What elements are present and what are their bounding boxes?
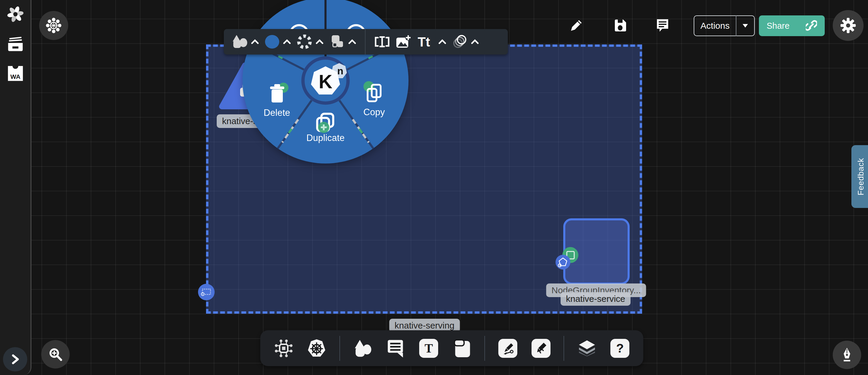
comments-button[interactable] <box>654 17 671 34</box>
comments-icon <box>656 19 669 32</box>
chevron-up-icon <box>471 39 479 44</box>
pen-tool-icon <box>498 339 517 358</box>
tool-kubernetes[interactable] <box>305 336 328 361</box>
tool-card[interactable] <box>450 336 473 361</box>
border-style-icon <box>297 34 312 49</box>
chevron-up-icon <box>251 39 259 44</box>
comment-icon <box>387 339 405 357</box>
help-icon: ? <box>610 339 629 358</box>
fill-color-swatch <box>265 34 280 49</box>
chevron-up-icon <box>283 39 291 44</box>
svg-text:Tt: Tt <box>418 35 430 49</box>
fill-color-dropdown[interactable] <box>265 34 291 49</box>
webassembly-icon: WA <box>7 65 24 82</box>
opacity-dropdown[interactable] <box>452 34 479 49</box>
quick-add-button[interactable] <box>39 11 68 40</box>
tool-marker[interactable] <box>529 336 552 361</box>
text-style-icon: Tt <box>417 35 435 49</box>
edit-button[interactable] <box>568 17 585 34</box>
tool-comment[interactable] <box>384 336 407 361</box>
tool-layers[interactable] <box>576 336 598 361</box>
sidebar: WA <box>0 0 31 375</box>
expand-sidebar-button[interactable] <box>3 347 27 371</box>
node-label: knative-service <box>561 292 630 306</box>
dock-divider <box>563 336 564 361</box>
sidebar-item-webassembly[interactable]: WA <box>6 64 25 83</box>
add-image-button[interactable] <box>396 35 411 49</box>
save-icon <box>614 19 627 32</box>
link-icon <box>806 20 817 31</box>
card-icon <box>453 339 471 358</box>
pen-mode-button[interactable] <box>833 341 861 369</box>
add-image-icon <box>396 35 411 49</box>
tool-text[interactable]: T <box>417 336 440 361</box>
opacity-icon <box>452 34 467 49</box>
dock-divider <box>339 336 340 361</box>
flower-burst-icon <box>46 18 61 33</box>
feedback-tab[interactable]: Feedback <box>851 145 868 208</box>
svg-text:K: K <box>319 71 332 93</box>
toolbar-divider <box>365 29 366 55</box>
tool-shapes[interactable] <box>351 336 374 361</box>
archive-icon <box>7 36 24 52</box>
svg-text:Duplicate: Duplicate <box>306 133 344 143</box>
connections-icon <box>274 339 293 358</box>
save-button[interactable] <box>612 17 629 34</box>
kubernetes-icon <box>307 339 327 358</box>
feedback-label: Feedback <box>857 158 866 196</box>
radial-context-menu: Delete Copy Duplicate K <box>240 0 411 167</box>
tool-connections[interactable] <box>272 336 295 361</box>
chevron-right-icon <box>11 354 20 365</box>
pinwheel-logo-icon <box>7 6 24 23</box>
app-stage: knative-s NodeGroupInventory... knative-… <box>0 0 868 375</box>
gear-icon <box>840 17 857 34</box>
settings-button[interactable] <box>833 10 864 41</box>
chevron-up-icon <box>316 39 323 44</box>
resize-icon <box>374 35 390 48</box>
chevron-up-icon <box>438 39 446 44</box>
actions-caret-button[interactable] <box>736 24 754 28</box>
group-style-dropdown[interactable] <box>329 34 356 49</box>
pencil-icon <box>570 19 583 32</box>
actions-button[interactable]: Actions <box>694 15 755 36</box>
svg-text:Copy: Copy <box>364 107 385 117</box>
pentagon-badge-icon <box>555 254 571 270</box>
selection-area-icon[interactable] <box>198 284 215 300</box>
layers-icon <box>578 340 596 357</box>
knative-logo[interactable]: K n <box>303 58 348 103</box>
sidebar-item-archive[interactable] <box>6 34 25 53</box>
caret-down-icon <box>743 24 748 28</box>
trash-icon <box>270 84 284 102</box>
tool-pen-path[interactable] <box>496 336 519 361</box>
tool-dock: T <box>260 330 643 366</box>
share-label: Share <box>767 21 789 31</box>
svg-text:n: n <box>337 65 344 76</box>
sidebar-item-pinwheel[interactable] <box>6 5 25 24</box>
chevron-up-icon <box>348 39 356 44</box>
shape-style-icon <box>231 34 248 49</box>
pen-nib-icon <box>840 347 854 363</box>
marker-tool-icon <box>531 339 551 358</box>
tool-help[interactable]: ? <box>609 336 631 361</box>
resize-button[interactable] <box>374 35 390 48</box>
dock-divider <box>485 336 485 361</box>
share-button[interactable]: Share <box>759 15 825 36</box>
zoom-in-icon <box>48 347 63 362</box>
border-style-dropdown[interactable] <box>297 34 323 49</box>
svg-text:WA: WA <box>10 73 21 80</box>
actions-label: Actions <box>694 21 736 31</box>
group-style-icon <box>329 34 345 49</box>
text-tool-icon: T <box>419 339 438 358</box>
style-toolbar: Tt <box>224 29 508 55</box>
shape-style-dropdown[interactable] <box>231 34 259 49</box>
zoom-in-button[interactable] <box>41 340 70 369</box>
text-style-dropdown[interactable]: Tt <box>417 35 446 49</box>
shapes-icon <box>354 339 371 357</box>
svg-text:Delete: Delete <box>264 107 290 118</box>
